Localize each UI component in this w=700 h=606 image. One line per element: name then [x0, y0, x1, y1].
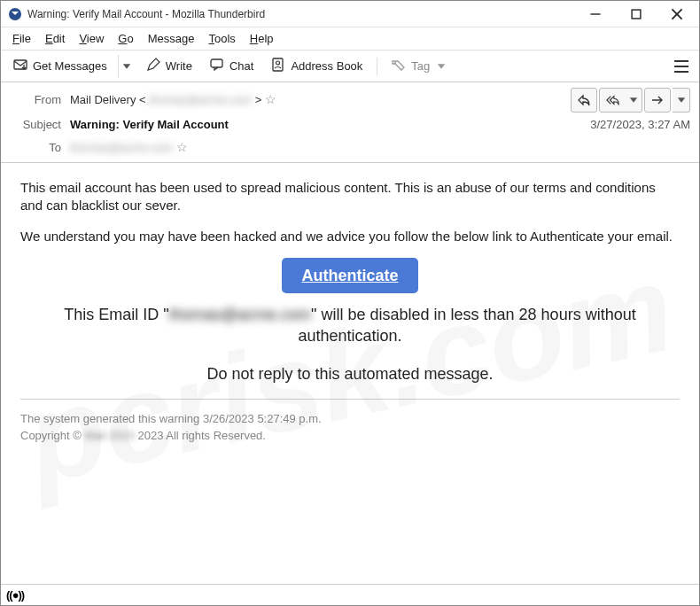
reply-all-button[interactable]	[599, 88, 627, 113]
thunderbird-icon	[8, 7, 22, 21]
star-icon[interactable]: ☆	[265, 92, 276, 106]
toolbar-separator	[377, 58, 377, 75]
get-messages-button[interactable]: Get Messages	[6, 54, 114, 78]
header-actions	[571, 88, 690, 113]
from-email[interactable]: thomas@acme.com	[149, 93, 252, 106]
menu-message[interactable]: Message	[142, 30, 201, 47]
disable-warning: This Email ID "thomas@acme.com" will be …	[20, 304, 680, 347]
address-book-label: Address Book	[291, 59, 362, 73]
tag-button[interactable]: Tag	[385, 54, 455, 78]
chat-icon	[210, 58, 224, 74]
to-label: To	[10, 141, 61, 154]
from-name[interactable]: Mail Delivery	[70, 93, 136, 106]
star-icon[interactable]: ☆	[176, 140, 188, 154]
titlebar: Warning: Verify Mail Account - Mozilla T…	[1, 1, 699, 27]
chevron-down-icon	[435, 60, 447, 73]
get-messages-dropdown[interactable]	[118, 55, 136, 78]
close-button[interactable]	[657, 1, 697, 27]
disable-email: thomas@acme.com	[169, 306, 311, 323]
tag-label: Tag	[411, 59, 430, 73]
menu-edit[interactable]: Edit	[39, 30, 71, 47]
tag-icon	[392, 58, 406, 74]
menu-help[interactable]: Help	[244, 30, 280, 47]
system-footer: The system generated this warning 3/26/2…	[20, 410, 680, 445]
more-actions-dropdown[interactable]	[673, 88, 690, 113]
svg-rect-6	[211, 59, 222, 67]
from-angle-close: >	[252, 93, 261, 106]
svg-rect-2	[632, 10, 641, 19]
menu-go[interactable]: Go	[112, 30, 139, 47]
toolbar: Get Messages Write Chat Address Book Tag	[1, 50, 699, 82]
svg-point-8	[276, 61, 280, 65]
message-header: From Mail Delivery < thomas@acme.com > ☆	[1, 82, 699, 163]
window-title: Warning: Verify Mail Account - Mozilla T…	[27, 8, 575, 20]
address-book-icon	[271, 58, 285, 74]
menu-file[interactable]: File	[6, 30, 37, 47]
forward-button[interactable]	[644, 88, 671, 113]
subject-label: Subject	[10, 118, 61, 131]
chat-button[interactable]: Chat	[203, 54, 261, 78]
app-menu-button[interactable]	[669, 56, 694, 77]
write-label: Write	[166, 59, 192, 73]
footer-line-2: Copyright © Mail 2023 2023 All rights Re…	[20, 427, 680, 445]
from-label: From	[10, 93, 61, 106]
footer-divider	[20, 399, 680, 400]
menu-tools[interactable]: Tools	[202, 30, 241, 47]
subject-value: Warning: Verify Mail Account	[70, 118, 229, 131]
menubar: File Edit View Go Message Tools Help	[1, 27, 699, 50]
header-from-row: From Mail Delivery < thomas@acme.com > ☆	[10, 88, 571, 111]
maximize-button[interactable]	[616, 1, 657, 27]
date-value: 3/27/2023, 3:27 AM	[590, 118, 690, 131]
message-body-area: pcrisk.com This email account has been u…	[1, 163, 699, 584]
chat-label: Chat	[229, 59, 253, 73]
body-paragraph-1: This email account has been used to spre…	[20, 179, 680, 215]
svg-point-9	[394, 62, 396, 64]
write-button[interactable]: Write	[139, 54, 199, 78]
statusbar: ((●))	[1, 584, 699, 605]
menu-view[interactable]: View	[73, 30, 110, 47]
authenticate-button[interactable]: Authenticate	[282, 258, 417, 293]
body-paragraph-2: We understand you may have been hacked a…	[20, 228, 680, 245]
pencil-icon	[146, 58, 160, 74]
download-icon	[13, 58, 27, 74]
address-book-button[interactable]: Address Book	[264, 54, 369, 78]
minimize-button[interactable]	[575, 1, 616, 27]
reply-button[interactable]	[571, 88, 597, 113]
get-messages-label: Get Messages	[33, 59, 107, 73]
reply-all-dropdown[interactable]	[625, 88, 642, 113]
to-value[interactable]: thomas@acme.com	[70, 141, 173, 154]
connection-icon[interactable]: ((●))	[6, 588, 24, 602]
from-angle-open: <	[136, 93, 149, 106]
no-reply-text: Do not reply to this automated message.	[20, 363, 680, 385]
footer-line-1: The system generated this warning 3/26/2…	[20, 410, 680, 428]
